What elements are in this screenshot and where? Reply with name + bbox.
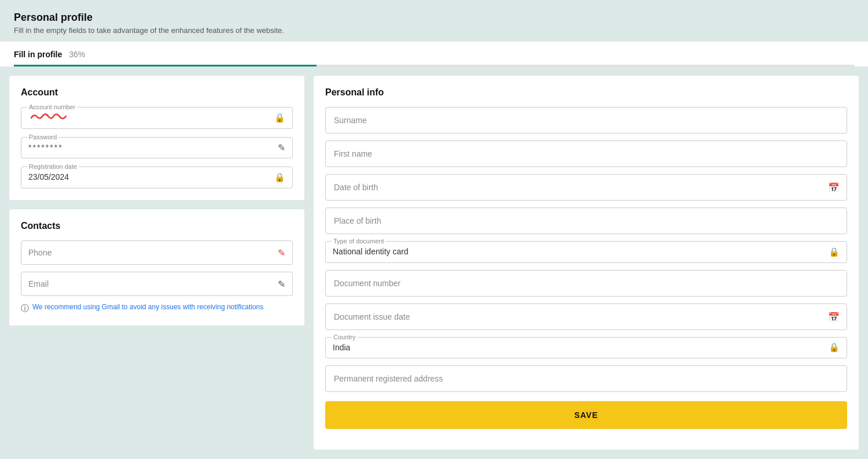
document-number-field[interactable]: Document number: [325, 270, 847, 297]
contacts-card: Contacts Phone ✎ Email ✎ ⓘ We recommend …: [9, 209, 304, 325]
email-field[interactable]: Email ✎: [21, 272, 293, 296]
contacts-info-text: ⓘ We recommend using Gmail to avoid any …: [21, 303, 293, 314]
account-number-value: [28, 112, 269, 124]
account-number-label: Account number: [27, 103, 77, 110]
place-of-birth-placeholder: Place of birth: [334, 216, 381, 225]
progress-percent: 36%: [69, 50, 85, 59]
page-header: Personal profile Fill in the empty field…: [0, 0, 868, 42]
document-issue-date-field[interactable]: Document issue date 📅: [325, 303, 847, 330]
date-of-birth-field[interactable]: Date of birth 📅: [325, 174, 847, 201]
password-label: Password: [27, 134, 58, 140]
date-of-birth-calendar-icon[interactable]: 📅: [828, 182, 840, 193]
country-value: India: [333, 342, 823, 354]
place-of-birth-field[interactable]: Place of birth: [325, 208, 847, 234]
email-placeholder: Email: [28, 279, 49, 288]
personal-info-card: Personal info Surname First name Date of…: [314, 76, 859, 450]
country-label: Country: [332, 334, 358, 340]
surname-placeholder: Surname: [334, 116, 367, 125]
page-subtitle: Fill in the empty fields to take advanta…: [14, 26, 854, 35]
phone-placeholder: Phone: [28, 248, 52, 257]
first-name-field[interactable]: First name: [325, 140, 847, 167]
main-content: Account Account number 🔒 Password ******…: [0, 66, 868, 459]
account-card: Account Account number 🔒 Password ******…: [9, 76, 304, 200]
country-lock-icon: 🔒: [829, 342, 840, 353]
email-edit-icon[interactable]: ✎: [278, 278, 285, 289]
account-section-title: Account: [21, 87, 293, 98]
account-number-lock-icon: 🔒: [274, 113, 285, 123]
phone-edit-icon[interactable]: ✎: [278, 247, 285, 258]
type-of-document-field: Type of document National identity card …: [325, 241, 847, 263]
registration-date-label: Registration date: [27, 163, 79, 170]
permanent-address-field[interactable]: Permanent registered address: [325, 365, 847, 392]
left-panel: Account Account number 🔒 Password ******…: [9, 76, 304, 450]
password-field: Password ******** ✎: [21, 137, 293, 159]
contacts-info-message: We recommend using Gmail to avoid any is…: [32, 303, 263, 311]
date-of-birth-placeholder: Date of birth: [334, 183, 378, 192]
contacts-section-title: Contacts: [21, 221, 293, 231]
document-issue-date-placeholder: Document issue date: [334, 312, 410, 321]
registration-date-value: 23/05/2024: [28, 172, 269, 183]
permanent-address-placeholder: Permanent registered address: [334, 374, 443, 383]
registration-date-lock-icon: 🔒: [274, 172, 285, 183]
country-field: Country India 🔒: [325, 337, 847, 359]
progress-label: Fill in profile: [14, 50, 62, 59]
first-name-placeholder: First name: [334, 149, 372, 158]
redacted-value-svg: [28, 112, 69, 120]
type-of-document-label: Type of document: [332, 238, 385, 245]
type-of-document-lock-icon: 🔒: [829, 247, 840, 257]
progress-section: Fill in profile 36%: [0, 42, 868, 66]
info-icon: ⓘ: [21, 303, 29, 314]
personal-info-title: Personal info: [325, 87, 847, 98]
phone-field[interactable]: Phone ✎: [21, 240, 293, 265]
progress-fill: [14, 65, 317, 66]
page-title: Personal profile: [14, 12, 854, 24]
account-number-field: Account number 🔒: [21, 107, 293, 129]
registration-date-field: Registration date 23/05/2024 🔒: [21, 166, 293, 188]
progress-track: [14, 65, 854, 66]
type-of-document-value: National identity card: [333, 246, 823, 258]
save-button[interactable]: SAVE: [325, 401, 847, 429]
surname-field[interactable]: Surname: [325, 107, 847, 134]
document-number-placeholder: Document number: [334, 279, 400, 288]
password-edit-icon[interactable]: ✎: [278, 142, 285, 153]
document-issue-date-calendar-icon[interactable]: 📅: [828, 311, 840, 322]
password-value: ********: [28, 142, 269, 154]
